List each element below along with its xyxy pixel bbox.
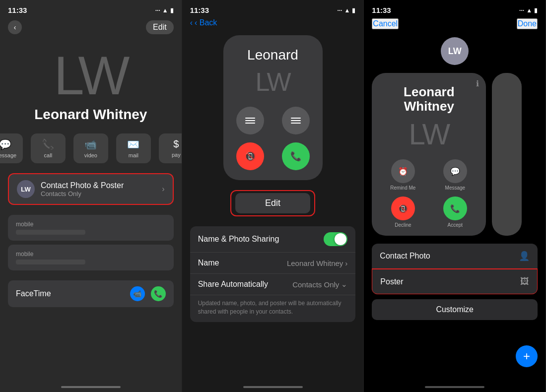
signal-dots-icon-2: ··· (337, 7, 342, 14)
mail-icon: ✉️ (127, 138, 139, 150)
contact-avatar-circle[interactable]: LW (441, 37, 469, 65)
poster-row-highlighted[interactable]: Poster 🖼 (372, 268, 538, 294)
message-grid-icon: 💬 (443, 159, 467, 183)
facetime-row[interactable]: FaceTime 📹 📞 (8, 280, 174, 307)
name-photo-sharing-row[interactable]: Name & Photo Sharing (190, 226, 356, 253)
remind-me-button[interactable] (231, 107, 269, 134)
avatar-initials: LW (448, 46, 462, 57)
add-fab-button[interactable]: + (516, 345, 538, 367)
contact-photo-poster-row[interactable]: LW Contact Photo & Poster Contacts Only (8, 173, 174, 205)
video-action-button[interactable]: 📹 video (73, 133, 108, 163)
accept-phone-icon: 📞 (290, 151, 301, 162)
poster-row-chevron-icon (162, 185, 164, 194)
status-bar-3: 11:33 ··· ▲ ▮ (364, 0, 546, 16)
done-button[interactable]: Done (517, 18, 538, 29)
main-poster-card[interactable]: ℹ Leonard Whitney LW ⏰ Remind Me 💬 Messa… (372, 73, 486, 236)
accept-grid-icon: 📞 (443, 196, 467, 220)
edit-button-2[interactable]: Edit (235, 193, 310, 213)
pay-action-button[interactable]: $ pay (159, 133, 182, 163)
poster-avatar: LW (17, 180, 35, 198)
facetime-label: FaceTime (16, 289, 51, 298)
mobile-label-2: mobile (16, 251, 166, 258)
mail-action-label: mail (129, 152, 138, 158)
decline-icon-circle: 📵 (236, 142, 264, 170)
name-photo-sharing-toggle[interactable] (324, 232, 347, 246)
info-icon[interactable]: ℹ (476, 79, 479, 88)
contact-avatar-area: LW Leonard Whitney (0, 38, 182, 128)
facetime-video-icon[interactable]: 📹 (130, 286, 145, 301)
remind-me-lines-icon (245, 118, 255, 124)
wifi-icon-2: ▲ (344, 7, 350, 14)
contact-photo-label: Contact Photo (380, 252, 430, 261)
mobile-field-2[interactable]: mobile (8, 245, 174, 270)
poster-label: Poster (380, 277, 403, 286)
share-automatically-row[interactable]: Share Automatically Contacts Only (190, 274, 356, 295)
accept-icon-circle: 📞 (282, 142, 310, 170)
mobile-field-1[interactable]: mobile (8, 215, 174, 241)
poster-title: Contact Photo & Poster (41, 181, 156, 190)
name-photo-sharing-label: Name & Photo Sharing (198, 235, 279, 244)
pay-action-label: pay (172, 152, 181, 158)
home-indicator-3 (425, 386, 484, 388)
contact-photo-poster-section: Contact Photo 👤 Poster 🖼 (372, 244, 538, 294)
message-icon-circle (282, 107, 310, 134)
nav-bar-3: Cancel Done (364, 16, 546, 33)
settings-hint: Updated name, photo, and poster will be … (190, 295, 356, 322)
back-button-1[interactable]: ‹ (8, 20, 22, 34)
share-auto-value: Contacts Only (292, 280, 347, 289)
facetime-call-icon[interactable]: 📞 (151, 286, 166, 301)
video-action-label: video (84, 152, 97, 158)
signal-dots-icon: ··· (155, 7, 160, 14)
share-auto-value-text: Contacts Only (292, 280, 339, 289)
panel-incoming-call: 11:33 ··· ▲ ▮ ‹ ‹ Back Leonard LW (182, 0, 364, 392)
signal-dots-icon-3: ··· (519, 7, 524, 14)
mobile-label-1: mobile (16, 221, 166, 228)
remind-me-grid-button[interactable]: ⏰ Remind Me (380, 159, 426, 191)
back-button-2[interactable]: ‹ ‹ Back (190, 18, 356, 27)
caller-initials: LW (255, 67, 290, 97)
customize-button[interactable]: Customize (372, 299, 538, 320)
decline-grid-label: Decline (395, 222, 411, 228)
remind-me-icon-circle (236, 107, 264, 134)
battery-icon: ▮ (170, 7, 174, 14)
contact-photo-row[interactable]: Contact Photo 👤 (372, 244, 538, 268)
call-action-button[interactable]: 📞 call (31, 133, 66, 163)
battery-icon-2: ▮ (352, 7, 355, 14)
message-icon: 💬 (0, 138, 11, 150)
message-button[interactable] (277, 107, 315, 134)
panel-contacts-detail: 11:33 ··· ▲ ▮ ‹ Edit LW Leonard Whitney … (0, 0, 182, 392)
message-grid-button[interactable]: 💬 Message (432, 159, 478, 191)
name-photo-settings-section: Name & Photo Sharing Name Leonard Whitne… (190, 226, 356, 322)
message-action-button[interactable]: 💬 message (0, 133, 23, 163)
name-value: Leonard Whitney (287, 259, 347, 267)
decline-grid-button[interactable]: 📵 Decline (380, 196, 426, 228)
name-row[interactable]: Name Leonard Whitney (190, 253, 356, 274)
name-label: Name (198, 259, 219, 267)
accept-grid-button[interactable]: 📞 Accept (432, 196, 478, 228)
home-indicator-1 (61, 386, 121, 388)
accept-button[interactable]: 📞 (277, 142, 315, 170)
poster-contact-first-name: Leonard Whitney (404, 85, 455, 113)
status-time-3: 11:33 (372, 6, 391, 14)
edit-button-wrap[interactable]: Edit (230, 190, 315, 216)
mail-action-button[interactable]: ✉️ mail (116, 133, 151, 163)
message-lines-icon (291, 118, 301, 124)
status-time-1: 11:33 (8, 6, 27, 14)
customize-label: Customize (436, 305, 474, 314)
poster-text: Contact Photo & Poster Contacts Only (41, 181, 156, 197)
status-bar-2: 11:33 ··· ▲ ▮ (182, 0, 364, 16)
back-label-2: ‹ Back (195, 18, 217, 27)
call-action-label: call (44, 152, 53, 158)
decline-button[interactable]: 📵 (231, 142, 269, 170)
mobile-value-blurred-2 (16, 260, 85, 264)
pay-icon: $ (173, 138, 179, 150)
message-grid-label: Message (445, 185, 466, 191)
status-icons-1: ··· ▲ ▮ (155, 7, 174, 14)
status-time-2: 11:33 (190, 6, 209, 14)
mobile-fields-section: mobile mobile (0, 209, 182, 276)
side-poster-card[interactable] (492, 73, 522, 236)
cancel-button[interactable]: Cancel (372, 18, 399, 29)
contact-avatar-row: LW (364, 33, 546, 69)
edit-button-1[interactable]: Edit (146, 20, 174, 34)
nav-bar-1: ‹ Edit (0, 16, 182, 38)
